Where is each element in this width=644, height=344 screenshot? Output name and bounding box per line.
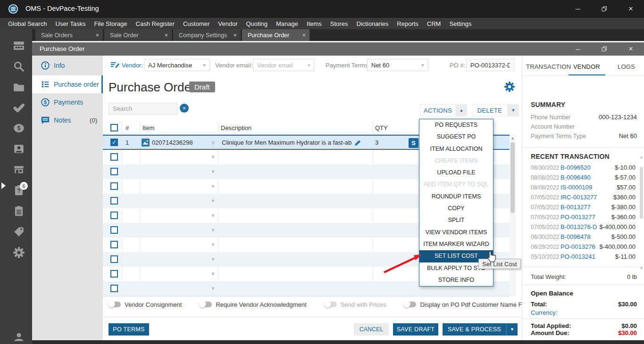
row-checkbox[interactable] xyxy=(110,255,118,263)
currency-link[interactable]: Currency: xyxy=(531,309,557,316)
menu-item-reports[interactable]: Reports xyxy=(393,20,423,27)
chevron-down-icon[interactable]: ▼ xyxy=(210,271,216,277)
menu-item-vendor[interactable]: Vendor xyxy=(214,20,242,27)
transaction-ref-link[interactable]: IRC-0013277 xyxy=(560,194,597,201)
chevron-down-icon[interactable]: ▼ xyxy=(210,169,216,174)
menu-item-file-storage[interactable]: File Storage xyxy=(90,20,131,27)
search-icon[interactable] xyxy=(13,60,25,73)
po-terms-button[interactable]: PO TERMS xyxy=(109,323,149,336)
menu-item-customer[interactable]: Customer xyxy=(179,20,214,27)
menu-item-crm[interactable]: CRM xyxy=(423,20,445,27)
tasks-check-icon[interactable] xyxy=(13,101,25,114)
chevron-down-icon[interactable]: ▼ xyxy=(210,198,216,204)
transaction-ref-link[interactable]: PO-0013276 xyxy=(560,243,595,250)
transaction-ref-link[interactable]: B-0013277 xyxy=(560,204,591,211)
menu-item-quoting[interactable]: Quoting xyxy=(242,20,272,27)
transaction-row[interactable]: 07/05/2022IRC-0013277$360.00 xyxy=(522,193,640,203)
scrollbar-thumb[interactable] xyxy=(510,142,515,213)
transaction-row[interactable]: 07/05/2022B-0013277$-380.00 xyxy=(522,203,640,213)
menu-item-po-requests[interactable]: PO REQUESTS xyxy=(419,119,493,131)
row-checkbox[interactable] xyxy=(110,197,118,205)
menu-item-user-tasks[interactable]: User Tasks xyxy=(51,20,90,27)
close-icon[interactable]: × xyxy=(300,32,306,39)
transaction-row[interactable]: 08/30/2022B-0096520$-10.00 xyxy=(522,163,640,173)
row-checkbox[interactable] xyxy=(110,241,118,248)
inner-restore-button[interactable] xyxy=(591,42,618,56)
table-scrollbar[interactable]: ▲ xyxy=(510,135,516,296)
tab-sale-order[interactable]: Sale Order× xyxy=(104,29,172,41)
row-checkbox[interactable] xyxy=(110,168,118,175)
row-checkbox[interactable] xyxy=(110,285,118,292)
menu-item-dictionaries[interactable]: Dictionaries xyxy=(352,20,393,27)
po-number-field[interactable] xyxy=(466,59,514,71)
menu-item-upload-file[interactable]: UPLOAD FILE xyxy=(419,167,493,179)
edit-pencil-icon[interactable] xyxy=(354,139,362,147)
user-icon[interactable] xyxy=(13,331,25,343)
chevron-down-icon[interactable]: ▼ xyxy=(210,256,216,262)
tab-transaction[interactable]: TRANSACTION xyxy=(526,63,571,70)
menu-item-global-search[interactable]: Global Search xyxy=(4,20,51,27)
cash-register-icon[interactable] xyxy=(13,40,25,52)
restore-button[interactable] xyxy=(591,0,618,18)
transaction-ref-link[interactable]: B-0013276-D xyxy=(560,223,597,230)
clipboard-icon[interactable] xyxy=(13,205,25,217)
close-icon[interactable]: × xyxy=(162,32,168,39)
nav-item-info[interactable]: Info xyxy=(32,56,103,75)
menu-item-item-marker-wizard[interactable]: ITEM MARKER WIZARD xyxy=(419,238,493,250)
transaction-row[interactable]: 06/29/2022PO-0013276$-400,000.00 xyxy=(522,242,640,252)
search-input[interactable] xyxy=(109,103,177,115)
scrollbar-thumb[interactable] xyxy=(640,167,643,219)
menu-item-manage[interactable]: Manage xyxy=(272,20,302,27)
nav-item-payments[interactable]: $ Payments xyxy=(32,93,103,111)
minimize-button[interactable]: ─ xyxy=(565,0,591,18)
save-process-button[interactable]: SAVE & PROCESS xyxy=(443,323,506,336)
toggle-pill[interactable] xyxy=(404,302,416,307)
actions-button[interactable]: ACTIONS xyxy=(420,104,456,116)
transaction-row[interactable]: 08/08/2022B-0096490$-57.00 xyxy=(522,173,640,183)
nav-item-purchase-order[interactable]: Purchase order xyxy=(32,75,103,93)
row-checkbox[interactable] xyxy=(110,153,118,161)
vendor-combobox[interactable]: AJ Merchandise ▼ xyxy=(144,59,210,71)
chevron-down-icon[interactable]: ▼ xyxy=(210,154,216,160)
row-checkbox[interactable]: ✓ xyxy=(110,139,118,146)
scroll-up-icon[interactable]: ▲ xyxy=(510,136,515,140)
transaction-ref-link[interactable]: IS-0000109 xyxy=(560,184,592,191)
nav-item-notes[interactable]: Notes (0) xyxy=(32,111,103,129)
select-all-checkbox[interactable] xyxy=(110,124,118,131)
panel-expand-arrow[interactable] xyxy=(1,182,6,189)
scroll-up-icon[interactable]: ▲ xyxy=(639,155,644,159)
row-checkbox[interactable] xyxy=(110,212,118,219)
close-button[interactable]: × xyxy=(618,0,644,18)
transaction-row[interactable]: 07/05/2022B-0013276-D$-400,000.00 xyxy=(522,222,640,232)
transaction-row[interactable]: 05/10/2022PO-0013241$-11.00 xyxy=(522,252,640,261)
settings-gear-icon[interactable] xyxy=(13,246,25,259)
toggle-pill[interactable] xyxy=(109,302,121,307)
settings-gear-icon[interactable] xyxy=(504,81,515,92)
row-checkbox[interactable] xyxy=(110,182,118,190)
save-process-caret-button[interactable]: ▼ xyxy=(506,323,518,336)
tab-sale-orders[interactable]: Sale Orders× xyxy=(35,29,103,41)
inner-close-button[interactable]: × xyxy=(618,42,644,56)
payment-terms-combobox[interactable]: Net 60 ▼ xyxy=(367,59,428,71)
menu-item-stores[interactable]: Stores xyxy=(326,20,352,27)
menu-item-view-vendor-items[interactable]: VIEW VENDOR ITEMS xyxy=(419,227,493,238)
tab-company-settings[interactable]: Company Settings× xyxy=(173,29,241,41)
chevron-down-icon[interactable]: ▼ xyxy=(210,213,216,218)
chevron-down-icon[interactable]: ▼ xyxy=(210,286,216,291)
menu-item-cash-register[interactable]: Cash Register xyxy=(132,20,179,27)
menu-item-store-info[interactable]: STORE INFO xyxy=(419,274,493,286)
tag-icon[interactable] xyxy=(13,226,25,238)
menu-item-settings[interactable]: Settings xyxy=(445,20,476,27)
transaction-row[interactable]: 08/08/2022IS-0000109$57.00 xyxy=(522,183,640,193)
transaction-ref-link[interactable]: PO-0013241 xyxy=(560,253,595,260)
cancel-button[interactable]: CANCEL xyxy=(354,323,389,336)
row-checkbox[interactable] xyxy=(110,270,118,278)
chevron-down-icon[interactable]: ▼ xyxy=(210,183,216,189)
transaction-ref-link[interactable]: B-0096478 xyxy=(560,233,591,240)
chevron-down-icon[interactable]: ▼ xyxy=(210,140,216,146)
menu-item-copy[interactable]: COPY xyxy=(419,203,493,214)
menu-item-suggest-po[interactable]: SUGGEST PO xyxy=(419,131,493,143)
vendor-email-field[interactable] xyxy=(253,59,314,71)
chevron-down-icon[interactable]: ▼ xyxy=(210,242,216,247)
tab-vendor[interactable]: VENDOR xyxy=(573,63,600,70)
